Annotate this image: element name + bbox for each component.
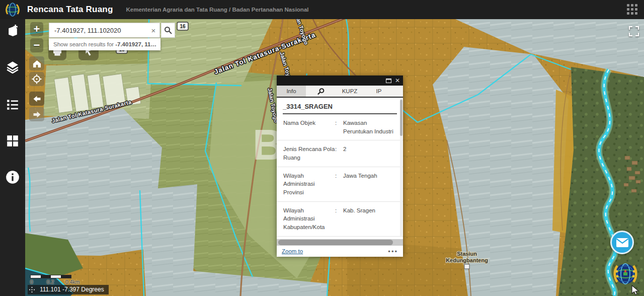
- tab-ip[interactable]: IP: [364, 86, 393, 97]
- scale-end: 0.4km: [65, 279, 80, 285]
- row-colon: :: [335, 145, 343, 162]
- popup-body: _3314_SRAGEN Nama Objek : Kawasan Perunt…: [277, 98, 403, 239]
- locate-button[interactable]: [29, 72, 44, 86]
- previous-extent-button[interactable]: [29, 92, 44, 106]
- apps-grid-icon[interactable]: [627, 4, 638, 15]
- popup-close-icon[interactable]: ✕: [395, 78, 400, 84]
- magnifier-icon: [317, 88, 325, 95]
- search-suggestion[interactable]: Show search results for-7.401927, 11…: [49, 38, 160, 50]
- app-header: Rencana Tata Ruang Kementerian Agraria d…: [0, 0, 644, 19]
- scale-bar: 0 0.2 0.4km: [30, 275, 71, 285]
- basemap-button[interactable]: [5, 133, 20, 149]
- popup-footer: Zoom to •••: [277, 246, 403, 257]
- popup-titlebar[interactable]: ✕: [277, 76, 403, 86]
- zoom-to-link[interactable]: Zoom to: [282, 248, 303, 254]
- locate-icon: [32, 74, 42, 84]
- layers-button[interactable]: [5, 59, 20, 75]
- row-colon: :: [335, 172, 343, 197]
- row-label: Wilayah Administrasi Provinsi: [283, 172, 335, 197]
- ministry-logo-icon: [5, 2, 20, 17]
- legend-button[interactable]: [5, 97, 20, 112]
- popup-horizontal-scrollbar[interactable]: [277, 239, 403, 246]
- search-clear-icon[interactable]: ×: [147, 26, 159, 35]
- row-colon: :: [335, 119, 343, 135]
- row-colon: :: [335, 206, 343, 232]
- arrow-left-icon: [33, 95, 41, 103]
- info-row: Nama Objek : Kawasan Peruntukan Industri: [277, 114, 403, 140]
- more-actions-icon[interactable]: •••: [388, 248, 398, 255]
- tab-info[interactable]: Info: [277, 86, 306, 97]
- app-window: Rencana Tata Ruang Kementerian Agraria d…: [0, 0, 644, 296]
- row-value: 2: [343, 145, 395, 162]
- popup-vertical-scrollbar[interactable]: [400, 99, 403, 237]
- legend-list-icon: [6, 98, 19, 111]
- info-row: Jenis Rencana Pola Ruang : 2: [277, 140, 403, 167]
- route-shield: 16: [177, 22, 188, 30]
- row-label: Wilayah Administrasi Kabupaten/Kota: [283, 206, 335, 232]
- info-button[interactable]: [5, 170, 20, 185]
- info-row: Wilayah Administrasi Provinsi : Jawa Ten…: [277, 167, 403, 202]
- tools-sidebar: [0, 19, 25, 296]
- info-row: Wilayah Administrasi Kabupaten/Kota : Ka…: [277, 202, 403, 237]
- row-value: Jawa Tengah: [343, 172, 395, 197]
- page-title: Rencana Tata Ruang: [27, 5, 113, 15]
- tab-magnifier[interactable]: [306, 86, 335, 97]
- search-icon: [164, 26, 172, 34]
- zoom-in-button[interactable]: +: [30, 22, 43, 36]
- ministry-logo-badge[interactable]: [613, 261, 638, 286]
- contact-email-button[interactable]: [610, 231, 634, 254]
- station-marker-icon: [464, 264, 469, 269]
- fullscreen-icon[interactable]: [628, 25, 640, 37]
- tab-kupz[interactable]: KUPZ: [335, 86, 364, 97]
- svg-text:Stasiun: Stasiun: [457, 251, 477, 257]
- popup-tabs: Info KUPZ IP: [277, 86, 403, 98]
- arrow-right-icon: [33, 111, 41, 118]
- popup-rows: Nama Objek : Kawasan Peruntukan Industri…: [277, 114, 403, 239]
- svg-text:16: 16: [180, 24, 186, 29]
- feature-info-popup: ✕ Info KUPZ IP _3314_SRAGEN Nama Objek :…: [277, 76, 403, 256]
- add-data-button[interactable]: [5, 23, 20, 38]
- row-value: Kab. Sragen: [343, 206, 395, 232]
- next-extent-button[interactable]: [29, 107, 44, 121]
- layers-icon: [6, 60, 19, 73]
- row-value: Kawasan Peruntukan Industri: [343, 119, 395, 135]
- info-icon: [6, 170, 20, 184]
- home-button[interactable]: [29, 56, 44, 70]
- row-label: Nama Objek: [283, 119, 335, 135]
- search-input[interactable]: [49, 27, 147, 34]
- home-icon: [32, 59, 42, 68]
- scale-zero: 0: [30, 279, 33, 285]
- coordinate-widget: 111.101 -7.397 Degrees: [28, 285, 109, 294]
- crosshair-dots-icon: [29, 287, 35, 292]
- coordinate-capture-button[interactable]: [28, 285, 36, 294]
- search-bar: ×: [49, 23, 175, 38]
- add-data-icon: [7, 24, 19, 37]
- search-button[interactable]: [161, 23, 175, 38]
- zoom-out-button[interactable]: −: [30, 38, 43, 52]
- row-label: Jenis Rencana Pola Ruang: [283, 145, 335, 162]
- envelope-icon: [616, 238, 629, 248]
- page-subtitle: Kementerian Agraria dan Tata Ruang / Bad…: [126, 7, 309, 13]
- basemap-grid-icon: [6, 134, 19, 147]
- feature-title: _3314_SRAGEN: [283, 103, 397, 114]
- svg-text:Kedungbanteng: Kedungbanteng: [446, 257, 488, 263]
- scale-mid: 0.2: [47, 279, 54, 285]
- coordinate-readout: 111.101 -7.397 Degrees: [36, 285, 109, 294]
- popup-maximize-icon[interactable]: [386, 79, 391, 83]
